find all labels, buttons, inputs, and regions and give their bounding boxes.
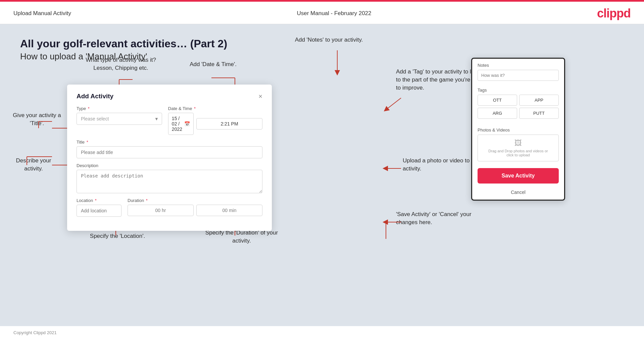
phone-screen: Notes Tags OTT APP ARG PUTT Photos & Vid… [471,58,565,201]
ann-notes: Add 'Notes' to your activity. [292,36,366,44]
main-content: All your golf-relevant activities… (Part… [0,24,644,326]
photos-label: Photos & Videos [478,127,559,133]
title-group: Title * [77,140,262,158]
ann-location: Specify the 'Location'. [84,232,151,240]
page-title: Upload Manual Activity [13,10,71,17]
modal-close-button[interactable]: × [258,93,262,100]
tag-app[interactable]: APP [519,95,559,106]
ann-duration: Specify the 'Duration' of your activity. [198,229,285,245]
duration-min-input[interactable] [196,205,262,216]
type-select[interactable]: Please select [77,113,162,125]
datetime-label: Date & Time * [168,106,262,111]
notes-label: Notes [478,63,559,68]
description-label: Description [77,163,262,168]
ann-type: What type of activity was it? Lesson, Ch… [77,56,164,72]
phone-panel: Notes Tags OTT APP ARG PUTT Photos & Vid… [469,58,567,201]
date-value: 15 / 02 / 2022 [172,116,182,132]
calendar-icon: 📅 [184,121,190,126]
date-input[interactable]: 15 / 02 / 2022 📅 [168,113,194,135]
tags-grid: OTT APP ARG PUTT [478,95,559,119]
type-group: Type * Please select ▼ [77,106,162,135]
copyright: Copyright Clippd 2021 [13,330,57,335]
title-field-label: Title * [77,140,262,145]
logo: clippd [597,6,631,20]
add-activity-modal: Add Activity × Type * Please select ▼ [67,85,272,231]
tag-ott[interactable]: OTT [478,95,517,106]
datetime-group: Date & Time * 15 / 02 / 2022 📅 [168,106,262,135]
location-group: Location * [77,198,121,217]
tag-arg[interactable]: ARG [478,108,517,119]
tags-section: Tags OTT APP ARG PUTT [472,86,564,124]
date-time-row: 15 / 02 / 2022 📅 [168,113,262,135]
save-activity-button[interactable]: Save Activity [478,168,559,184]
manual-title: User Manual - February 2022 [297,10,371,17]
ann-datetime: Add 'Date & Time'. [183,60,243,68]
notes-section: Notes [472,59,564,86]
duration-hr-input[interactable] [128,205,194,216]
description-textarea[interactable] [77,170,262,193]
type-label: Type * [77,106,162,111]
description-group: Description [77,163,262,193]
photo-drop-text: Drag and Drop photos and videos or click… [488,149,548,157]
ann-save-cancel: 'Save Activity' or 'Cancel' your changes… [396,210,490,226]
photo-icon: 🖼 [514,139,522,148]
svg-line-16 [386,98,401,110]
location-input[interactable] [77,205,121,217]
title-input[interactable] [77,146,262,158]
tags-label: Tags [478,88,559,93]
duration-label: Duration * [128,198,262,203]
header: Upload Manual Activity User Manual - Feb… [0,2,644,24]
tag-putt[interactable]: PUTT [519,108,559,119]
location-label: Location * [77,198,121,203]
modal-title: Add Activity [77,93,113,100]
photo-drop-area[interactable]: 🖼 Drag and Drop photos and videos or cli… [478,135,559,161]
notes-input[interactable] [478,70,559,81]
footer: Copyright Clippd 2021 [0,326,644,339]
ann-description: Describe your activity. [7,157,60,173]
duration-group: Duration * [128,198,262,217]
location-duration-row: Location * Duration * [77,198,262,217]
duration-inputs [128,205,262,216]
time-input[interactable] [196,118,262,130]
ann-title-give: Give your activity a 'Title'. [10,111,64,127]
cancel-link[interactable]: Cancel [472,187,564,200]
modal-header: Add Activity × [77,93,262,100]
photos-section: Photos & Videos 🖼 Drag and Drop photos a… [472,124,564,165]
type-datetime-row: Type * Please select ▼ Date & Time * [77,106,262,135]
type-select-wrapper: Please select ▼ [77,113,162,125]
